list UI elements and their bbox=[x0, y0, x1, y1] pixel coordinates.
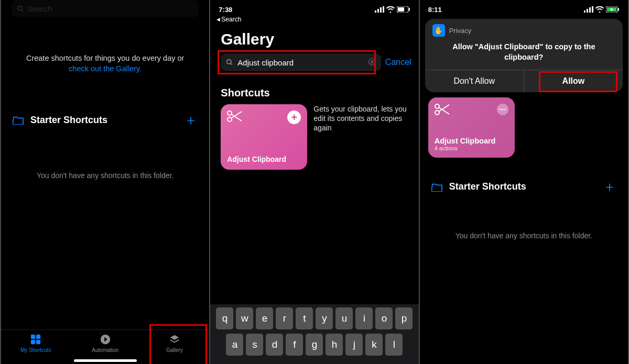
modal-message: Allow "Adjust Clipboard" to copy to the … bbox=[425, 39, 623, 70]
gallery-link[interactable]: check out the Gallery bbox=[69, 64, 139, 73]
key[interactable]: y bbox=[316, 307, 333, 329]
svg-rect-7 bbox=[375, 10, 376, 13]
shortcut-card[interactable]: + Adjust Clipboard bbox=[221, 104, 307, 170]
card-title: Adjust Clipboard bbox=[227, 155, 301, 163]
back-to-search[interactable]: Search bbox=[210, 16, 418, 26]
folder-icon bbox=[13, 115, 24, 125]
folder-name: Starter Shortcuts bbox=[449, 181, 526, 192]
privacy-label: Privacy bbox=[449, 27, 472, 35]
highlight-box bbox=[218, 50, 376, 74]
empty-folder-message: You don't have any shortcuts in this fol… bbox=[1, 171, 209, 180]
add-icon[interactable]: + bbox=[287, 111, 301, 124]
svg-rect-13 bbox=[409, 8, 410, 11]
highlight-box bbox=[539, 71, 617, 92]
svg-rect-20 bbox=[584, 10, 585, 13]
key[interactable]: i bbox=[355, 307, 373, 329]
svg-rect-21 bbox=[587, 9, 588, 13]
wifi-icon bbox=[595, 6, 604, 13]
key[interactable]: t bbox=[296, 307, 313, 329]
svg-rect-8 bbox=[377, 9, 379, 13]
add-shortcut-button[interactable]: ＋ bbox=[184, 111, 198, 129]
key[interactable]: w bbox=[236, 307, 253, 329]
svg-point-0 bbox=[18, 6, 22, 10]
key[interactable]: r bbox=[276, 307, 293, 329]
hand-icon: ✋ bbox=[432, 24, 445, 37]
status-time: 8:11 bbox=[428, 6, 442, 14]
cellular-icon bbox=[584, 6, 593, 13]
key[interactable]: g bbox=[306, 334, 323, 356]
key[interactable]: e bbox=[256, 307, 273, 329]
add-shortcut-button[interactable]: ＋ bbox=[603, 178, 616, 196]
key[interactable]: p bbox=[395, 307, 413, 329]
empty-folder-message: You don't have any shortcuts in this fol… bbox=[420, 231, 628, 240]
tab-automation[interactable]: Automation bbox=[70, 333, 139, 353]
battery-icon bbox=[397, 6, 410, 13]
cancel-button[interactable]: Cancel bbox=[385, 58, 411, 67]
tab-my-shortcuts[interactable]: My Shortcuts bbox=[1, 333, 70, 353]
key[interactable]: u bbox=[335, 307, 353, 329]
svg-rect-12 bbox=[398, 7, 404, 12]
keyboard-row-1: q w e r t y u i o p bbox=[212, 307, 416, 329]
folder-name: Starter Shortcuts bbox=[30, 115, 107, 126]
svg-rect-26 bbox=[618, 8, 619, 11]
scissors-icon bbox=[435, 104, 450, 115]
keyboard-row-2: a s d f g h j k l bbox=[212, 334, 416, 356]
shortcut-card[interactable]: Adjust Clipboard 4 actions bbox=[428, 97, 515, 158]
section-shortcuts: Shortcuts bbox=[210, 74, 418, 104]
status-icons bbox=[584, 6, 620, 13]
svg-rect-2 bbox=[31, 335, 35, 339]
svg-line-1 bbox=[21, 9, 23, 11]
key[interactable]: l bbox=[385, 334, 403, 356]
key[interactable]: d bbox=[266, 334, 283, 356]
folder-icon bbox=[431, 182, 443, 192]
svg-rect-5 bbox=[36, 340, 40, 344]
search-input-collapsed[interactable]: Search bbox=[12, 0, 199, 17]
cellular-icon bbox=[375, 6, 384, 13]
key[interactable]: h bbox=[326, 334, 343, 356]
key[interactable]: j bbox=[345, 334, 363, 356]
result-description: Gets your clipboard, lets you edit its c… bbox=[313, 104, 408, 133]
privacy-modal: ✋ Privacy Allow "Adjust Clipboard" to co… bbox=[425, 19, 623, 92]
svg-rect-3 bbox=[36, 335, 40, 339]
dont-allow-button[interactable]: Don't Allow bbox=[425, 70, 524, 92]
automation-icon bbox=[99, 333, 112, 346]
svg-rect-4 bbox=[31, 340, 35, 344]
grid-icon bbox=[29, 333, 42, 346]
battery-charging-icon bbox=[606, 6, 620, 13]
status-icons bbox=[375, 6, 410, 13]
svg-point-32 bbox=[502, 109, 503, 111]
key[interactable]: k bbox=[365, 334, 383, 356]
svg-point-31 bbox=[500, 109, 501, 111]
scissors-icon bbox=[227, 111, 243, 122]
card-subtitle: 4 actions bbox=[435, 145, 508, 151]
keyboard[interactable]: q w e r t y u i o p a s d f g h j k l bbox=[210, 304, 418, 364]
key[interactable]: a bbox=[226, 334, 243, 356]
card-title: Adjust Clipboard bbox=[435, 137, 508, 145]
key[interactable]: s bbox=[246, 334, 263, 356]
more-icon[interactable] bbox=[497, 104, 508, 115]
page-title: Gallery bbox=[210, 26, 418, 53]
svg-rect-10 bbox=[383, 6, 384, 13]
highlight-box bbox=[149, 324, 207, 364]
svg-rect-22 bbox=[589, 7, 591, 13]
home-indicator[interactable] bbox=[74, 359, 137, 362]
key[interactable]: o bbox=[375, 307, 393, 329]
svg-rect-23 bbox=[592, 6, 593, 13]
wifi-icon bbox=[386, 6, 395, 13]
key[interactable]: f bbox=[286, 334, 303, 356]
key[interactable]: q bbox=[216, 307, 233, 329]
svg-rect-9 bbox=[380, 7, 382, 13]
svg-point-33 bbox=[504, 109, 505, 111]
status-time: 7:38 bbox=[219, 6, 232, 14]
intro-text: Create shortcuts for things you do every… bbox=[1, 21, 209, 74]
